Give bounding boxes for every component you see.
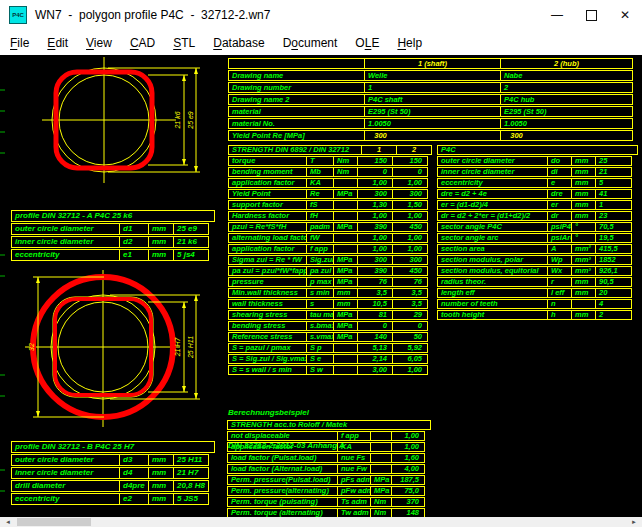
table-cell: T (306, 156, 334, 166)
table-cell: 75,0 (391, 486, 425, 496)
table-cell: 50 (392, 332, 428, 342)
table-cell: e1 (119, 249, 149, 261)
menu-item-file[interactable]: File (1, 33, 38, 53)
minimize-button[interactable]: — (540, 0, 574, 30)
scroll-right-arrow-icon[interactable]: ► (626, 517, 642, 527)
horizontal-scrollbar[interactable]: ◄ ► (0, 517, 642, 527)
table-row: Perm. torque (pulsating)Ts admNm370 (227, 497, 431, 507)
table-row: inner circle diameterd2mm21 k6 (11, 236, 215, 248)
drawing-info-table: 1 (shaft)2 (hub)Drawing nameWelleNabeDra… (228, 58, 633, 141)
table-cell: 1 (595, 200, 632, 210)
table-cell (370, 442, 392, 452)
close-button[interactable]: ✕ (608, 0, 642, 30)
table-cell: pressure (228, 277, 307, 287)
menu-item-edit[interactable]: Edit (38, 33, 77, 53)
scroll-left-arrow-icon[interactable]: ◄ (0, 517, 16, 527)
hub-dim-outer-label: 32 (28, 343, 35, 351)
table-cell: P4C hub (500, 94, 633, 105)
menu-item-cad[interactable]: CAD (121, 33, 164, 53)
table-cell: Mb (306, 167, 334, 177)
scrollbar-track[interactable] (16, 517, 626, 527)
table-cell: 90,5 (595, 277, 632, 287)
table-cell: mm (571, 200, 596, 210)
menu-item-view[interactable]: View (77, 33, 121, 53)
table-cell: 148 (391, 508, 425, 517)
table-row: Drawing name 2P4C shaftP4C hub (228, 94, 633, 105)
table-row: profile DIN 32712 - A P4C 25 k6 (11, 210, 215, 222)
table-cell: outer circle diameter (437, 156, 548, 166)
table-cell: l eff (547, 288, 572, 298)
table-cell: bending stress (228, 321, 307, 331)
table-cell: 150 (357, 156, 393, 166)
menu-item-document[interactable]: Document (274, 33, 347, 53)
table-cell: 21 (595, 167, 632, 177)
scrollbar-thumb[interactable] (17, 518, 91, 526)
table-cell (333, 200, 358, 210)
menu-item-stl[interactable]: STL (164, 33, 204, 53)
maximize-button[interactable] (574, 0, 608, 30)
table-cell: support factor (228, 200, 307, 210)
menu-item-database[interactable]: Database (204, 33, 273, 53)
table-cell: 1,50 (392, 200, 428, 210)
table-cell: mm (333, 288, 358, 298)
menu-item-help[interactable]: Help (388, 33, 431, 53)
table-cell: pzul = Re*fS*fH (228, 222, 307, 232)
table-cell: 5 (595, 178, 632, 188)
table-cell: mm (148, 467, 174, 479)
table-cell: 21 H7 (173, 467, 209, 479)
table-cell: Re (306, 189, 334, 199)
table-cell: shearing stress (228, 310, 307, 320)
table-cell: Sig.zul (306, 255, 334, 265)
table-row: dre = d2 + 4edremm41 (437, 189, 638, 199)
table-row: profile DIN 32712 - B P4C 25 H7 (11, 441, 215, 453)
table-cell: 1,00 (391, 442, 425, 452)
table-cell: P4C (437, 145, 638, 155)
table-row: Sigma zul = Re * fWSig.zulMPa300300 (228, 255, 432, 265)
table-cell: outer circle diameter (11, 454, 120, 466)
table-row: eccentricitye2mm5 JS5 (11, 493, 215, 505)
table-cell: 300 (392, 255, 428, 265)
table-cell: mm (571, 288, 596, 298)
table-cell: d1 (119, 223, 149, 235)
profile-b-table: profile DIN 32712 - B P4C 25 H7outer cir… (11, 441, 215, 505)
table-cell: outer circle diameter (11, 223, 120, 235)
table-row: pa zul = pzul*fW*fapppa zulMPa390450 (228, 266, 432, 276)
table-cell: application factor (228, 178, 307, 188)
table-cell: 4,00 (391, 464, 425, 474)
table-cell: S p (306, 343, 334, 353)
table-cell: mm (571, 211, 596, 221)
table-cell: fH (306, 211, 334, 221)
table-cell: 0 (357, 167, 393, 177)
table-cell: 6,05 (392, 354, 428, 364)
table-cell: tau max (306, 310, 334, 320)
hub-dim-mid-label: 25 H11 (187, 336, 194, 359)
table-cell (370, 464, 392, 474)
menu-item-ole[interactable]: OLE (346, 33, 388, 53)
table-row: inner circle diameterdimm21 (437, 167, 638, 177)
table-cell: 5 JS5 (173, 493, 209, 505)
table-cell: dre = d2 + 4e (437, 189, 548, 199)
table-cell: 4 (595, 299, 632, 309)
table-cell: 5 js4 (173, 249, 209, 261)
table-cell: 76 (357, 277, 393, 287)
table-cell: ° (571, 222, 596, 232)
table-cell: 5,92 (392, 343, 428, 353)
table-cell: 1,60 (391, 453, 425, 463)
table-row: length effl effmm20 (437, 288, 638, 298)
table-cell: S = pazul / pmax (228, 343, 307, 353)
table-cell: 1.0050 (500, 118, 633, 129)
table-cell: er (547, 200, 572, 210)
table-cell: Wp (547, 255, 572, 265)
table-row: S = Sig.zul / Sig.vmaxS e2,146,05 (228, 354, 432, 364)
table-row: bending stresss.bmaxMPa00 (228, 321, 432, 331)
table-cell: A (547, 244, 572, 254)
table-cell: sector angle arc (437, 233, 548, 243)
table-cell: 1,00 (392, 244, 428, 254)
table-row: pzul = Re*fS*fHpadmMPa390450 (228, 222, 432, 232)
table-row: torqueTNm150150 (228, 156, 432, 166)
table-cell: d4pre (119, 480, 149, 492)
table-cell: 2 (396, 145, 432, 155)
note-line-2: DIN 32712-2:2012-03 Anhang A (228, 440, 345, 451)
table-cell: mm (571, 167, 596, 177)
table-cell: Nm (333, 156, 358, 166)
